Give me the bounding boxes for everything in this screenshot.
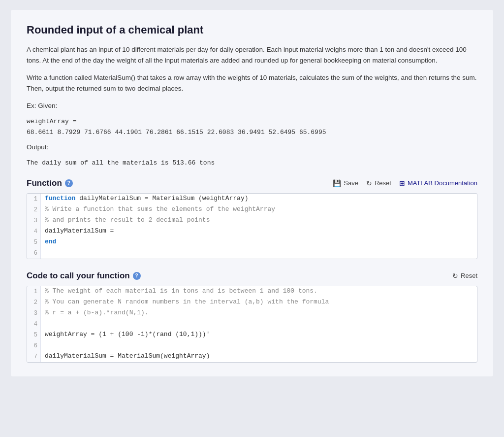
code-line: 1function dailyMaterialSum = MaterialSum… — [27, 194, 477, 204]
function-toolbar: 💾 Save ↻ Reset ⊞ MATLAB Documentation — [333, 179, 477, 187]
description-2: Write a function called MaterialSum() th… — [27, 72, 477, 94]
call-section: Code to call your function ? ↻ Reset 1% … — [27, 271, 477, 363]
line-number: 3 — [27, 215, 41, 226]
line-code[interactable]: dailyMaterialSum = — [41, 226, 477, 237]
line-number: 1 — [27, 194, 41, 204]
description-1: A chemical plant has an input of 10 diff… — [27, 44, 477, 66]
matlab-docs-button[interactable]: ⊞ MATLAB Documentation — [399, 179, 477, 187]
line-code[interactable]: % r = a + (b-a).*rand(N,1). — [41, 308, 477, 319]
call-reset-icon: ↻ — [452, 272, 458, 280]
line-code[interactable]: % You can generate N random numbers in t… — [41, 297, 477, 308]
call-code-editor[interactable]: 1% The weight of each material is in ton… — [27, 286, 477, 363]
call-help-icon[interactable]: ? — [133, 272, 141, 280]
save-button[interactable]: 💾 Save — [333, 179, 358, 187]
matlab-icon: ⊞ — [399, 179, 405, 187]
line-code[interactable]: function dailyMaterialSum = MaterialSum … — [41, 194, 477, 204]
line-number: 1 — [27, 286, 41, 297]
code-line: 6 — [27, 340, 477, 351]
line-code[interactable] — [41, 248, 477, 259]
line-number: 5 — [27, 237, 41, 248]
code-line: 2% You can generate N random numbers in … — [27, 297, 477, 308]
line-number: 3 — [27, 308, 41, 319]
line-number: 7 — [27, 351, 41, 362]
reset-icon: ↻ — [366, 179, 372, 187]
example-label: Ex: Given: — [27, 101, 477, 111]
line-number: 5 — [27, 330, 41, 340]
page-title: Rounded input of a chemical plant — [27, 24, 477, 36]
call-reset-button[interactable]: ↻ Reset — [452, 272, 477, 280]
line-number: 6 — [27, 248, 41, 259]
main-container: Rounded input of a chemical plant A chem… — [11, 10, 493, 376]
code-line: 3% and prints the result to 2 decimal po… — [27, 215, 477, 226]
code-line: 4dailyMaterialSum = — [27, 226, 477, 237]
code-example: weightArray = 68.6611 8.7929 71.6766 44.… — [27, 116, 477, 138]
code-line: 6 — [27, 248, 477, 259]
line-number: 4 — [27, 319, 41, 330]
output-value: The daily sum of all the materials is 51… — [27, 158, 477, 168]
output-label: Output: — [27, 142, 477, 153]
weight-values: 68.6611 8.7929 71.6766 44.1901 76.2861 6… — [27, 127, 477, 138]
call-section-header: Code to call your function ? ↻ Reset — [27, 271, 477, 281]
save-icon: 💾 — [333, 179, 341, 187]
call-section-title: Code to call your function ? — [27, 271, 141, 281]
line-number: 4 — [27, 226, 41, 237]
line-number: 2 — [27, 297, 41, 308]
line-code[interactable] — [41, 340, 477, 351]
code-line: 1% The weight of each material is in ton… — [27, 286, 477, 297]
line-code[interactable]: end — [41, 237, 477, 248]
line-code[interactable]: weightArray = (1 + (100 -1)*(rand (10,1)… — [41, 330, 477, 340]
line-number: 2 — [27, 204, 41, 215]
function-help-icon[interactable]: ? — [65, 179, 73, 187]
call-reset-area: ↻ Reset — [452, 272, 477, 280]
line-code[interactable]: dailyMaterialSum = MaterialSum(weightArr… — [41, 351, 477, 362]
function-code-editor[interactable]: 1function dailyMaterialSum = MaterialSum… — [27, 193, 477, 259]
line-code[interactable]: % and prints the result to 2 decimal poi… — [41, 215, 477, 226]
function-section-title: Function ? — [27, 178, 73, 188]
weight-array-label: weightArray = — [27, 116, 477, 127]
line-code[interactable]: % Write a function that sums the element… — [41, 204, 477, 215]
function-reset-button[interactable]: ↻ Reset — [366, 179, 391, 187]
code-line: 7dailyMaterialSum = MaterialSum(weightAr… — [27, 351, 477, 362]
code-line: 3% r = a + (b-a).*rand(N,1). — [27, 308, 477, 319]
line-number: 6 — [27, 340, 41, 351]
code-line: 5weightArray = (1 + (100 -1)*(rand (10,1… — [27, 330, 477, 340]
code-line: 2% Write a function that sums the elemen… — [27, 204, 477, 215]
function-section-header: Function ? 💾 Save ↻ Reset ⊞ MATLAB Docum… — [27, 178, 477, 188]
code-line: 5end — [27, 237, 477, 248]
function-section: Function ? 💾 Save ↻ Reset ⊞ MATLAB Docum… — [27, 178, 477, 259]
code-line: 4 — [27, 319, 477, 330]
example-block: Ex: Given: weightArray = 68.6611 8.7929 … — [27, 101, 477, 168]
line-code[interactable]: % The weight of each material is in tons… — [41, 286, 477, 297]
line-code[interactable] — [41, 319, 477, 330]
